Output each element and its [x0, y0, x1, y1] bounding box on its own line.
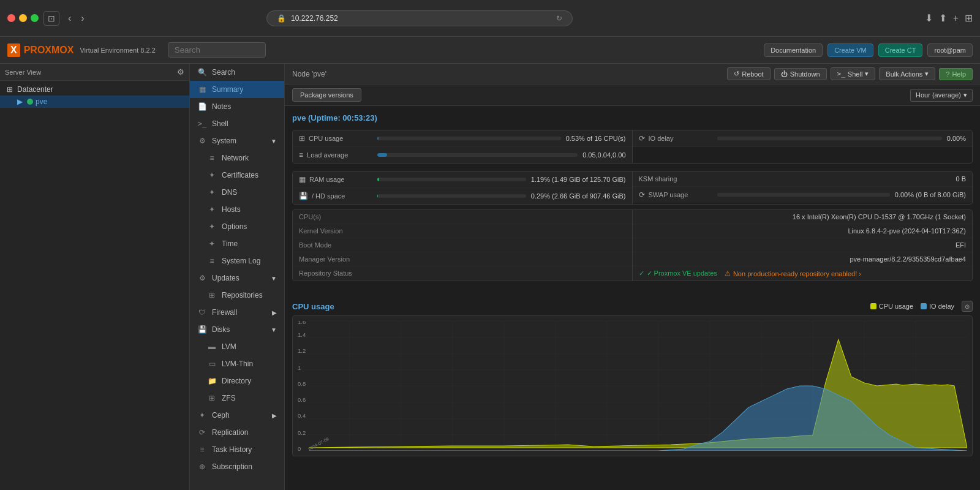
sidebar-item-lvm-thin[interactable]: ▭ LVM-Thin — [190, 355, 284, 372]
sidebar-item-disks[interactable]: 💾 Disks ▼ — [190, 321, 284, 338]
tab-grid-icon[interactable]: ⊞ — [965, 12, 973, 24]
bulk-actions-button[interactable]: Bulk Actions ▾ — [879, 67, 935, 80]
sidebar-item-updates[interactable]: ⚙ Updates ▼ — [190, 270, 284, 287]
url-bar[interactable]: 🔒 10.222.76.252 ↻ — [266, 10, 573, 26]
load-icon: ≡ — [299, 151, 303, 159]
sidebar-item-notes[interactable]: 📄 Notes — [190, 98, 284, 115]
sidebar-item-label: Search — [212, 68, 235, 77]
sidebar-item-shell[interactable]: >_ Shell — [190, 115, 284, 132]
cpu-chart: 0 0.2 0.4 0.6 0.8 1 1.2 1.4 1.6 — [298, 321, 967, 451]
sidebar-item-repositories[interactable]: ⊞ Repositories — [190, 287, 284, 304]
topbar: X PROXMOX Virtual Environment 8.2.2 Docu… — [0, 37, 980, 64]
sidebar-item-label: Hosts — [222, 205, 241, 214]
sidebar-item-network[interactable]: ≡ Network — [190, 149, 284, 167]
traffic-lights — [7, 14, 39, 22]
time-filter[interactable]: Hour (average) ▾ — [910, 89, 973, 102]
sidebar-item-label: Summary — [212, 85, 243, 94]
sidebar-item-firewall[interactable]: 🛡 Firewall ▶ — [190, 304, 284, 321]
sidebar-item-subscription[interactable]: ⊕ Subscription — [190, 458, 284, 475]
stats-right-2: KSM sharing 0 B ⟳ SWAP usage — [633, 172, 973, 204]
maximize-btn[interactable] — [31, 14, 39, 22]
sidebar-item-certificates[interactable]: ✦ Certificates — [190, 167, 284, 184]
repo-ok-icon: ✓ — [639, 270, 644, 277]
shell-prompt-icon: >_ — [837, 70, 845, 78]
sidebar-item-ceph[interactable]: ✦ Ceph ▶ — [190, 407, 284, 424]
svg-text:1.4: 1.4 — [298, 332, 306, 338]
sidebar-item-summary[interactable]: ▦ Summary — [190, 81, 284, 98]
info-boot-val: EFI — [639, 241, 967, 249]
create-ct-button[interactable]: Create CT — [878, 43, 923, 57]
sidebar-item-lvm[interactable]: ▬ LVM — [190, 338, 284, 355]
node-uptime: pve (Uptime: 00:53:23) — [292, 113, 973, 123]
sidebar-item-directory[interactable]: 📁 Directory — [190, 372, 284, 390]
expand-icon: ▶ — [272, 309, 277, 316]
browser-nav: ‹ › — [64, 12, 88, 25]
documentation-button[interactable]: Documentation — [764, 43, 823, 57]
sidebar-item-options[interactable]: ✦ Options — [190, 218, 284, 235]
sidebar-item-label: Network — [222, 154, 249, 162]
updates-icon: ⚙ — [197, 274, 207, 282]
sidebar-item-system[interactable]: ⚙ System ▼ — [190, 132, 284, 149]
cert-icon: ✦ — [207, 171, 217, 179]
back-btn[interactable]: ‹ — [64, 12, 75, 25]
content-header: Node 'pve' ↺ Reboot ⏻ Shutdown >_ Shell … — [285, 64, 980, 85]
sidebar: 🔍 Search ▦ Summary 📄 Notes >_ Shell ⚙ Sy… — [190, 64, 285, 490]
svg-text:1: 1 — [298, 365, 301, 371]
sidebar-item-hosts[interactable]: ✦ Hosts — [190, 201, 284, 218]
shell-dropdown-button[interactable]: >_ Shell ▾ — [831, 67, 876, 80]
help-button[interactable]: ? Help — [939, 68, 973, 80]
sidebar-item-dns[interactable]: ✦ DNS — [190, 184, 284, 201]
chart-title: CPU usage — [292, 302, 334, 311]
share-icon[interactable]: ⬆ — [939, 12, 947, 24]
sidebar-item-label: Repositories — [222, 291, 263, 300]
tree-item-pve[interactable]: ▶ pve — [0, 96, 189, 108]
gear-icon[interactable]: ⚙ — [177, 67, 184, 77]
download-icon[interactable]: ⬇ — [925, 12, 933, 24]
sidebar-item-zfs[interactable]: ⊞ ZFS — [190, 390, 284, 407]
forward-btn[interactable]: › — [77, 12, 88, 25]
datacenter-label: Datacenter — [17, 85, 53, 94]
sidebar-item-syslog[interactable]: ≡ System Log — [190, 252, 284, 270]
tab-bar: Package versions Hour (average) ▾ — [285, 85, 980, 106]
info-repo-label: Repository Status — [299, 270, 372, 277]
tree-item-datacenter[interactable]: ⊞ Datacenter — [0, 83, 189, 96]
cpu-label: ⊞ CPU usage — [299, 134, 372, 143]
search-input[interactable] — [168, 42, 266, 58]
sidebar-item-taskhistory[interactable]: ≡ Task History — [190, 441, 284, 458]
chart-options-btn[interactable]: ⊙ — [962, 301, 973, 312]
disks-icon: 💾 — [197, 325, 207, 334]
sidebar-item-label: Ceph — [212, 411, 230, 420]
sidebar-item-time[interactable]: ✦ Time — [190, 235, 284, 252]
reload-icon[interactable]: ↻ — [556, 14, 562, 23]
repo-icon: ⊞ — [207, 291, 217, 300]
info-boot-val-row: EFI — [633, 238, 973, 252]
chart-header: CPU usage CPU usage IO delay ⊙ — [292, 296, 973, 315]
package-versions-tab[interactable]: Package versions — [292, 88, 361, 102]
shutdown-button[interactable]: ⏻ Shutdown — [774, 68, 827, 80]
action-bar: ↺ Reboot ⏻ Shutdown >_ Shell ▾ Bulk Acti… — [727, 67, 973, 80]
syslog-icon: ≡ — [207, 257, 217, 265]
sidebar-toggle-btn[interactable]: ⊡ — [43, 11, 59, 26]
close-btn[interactable] — [7, 14, 15, 22]
pve-status-dot — [27, 99, 33, 105]
sidebar-item-replication[interactable]: ⟳ Replication — [190, 424, 284, 441]
new-tab-icon[interactable]: + — [953, 13, 959, 24]
panel-header: Server View ⚙ — [0, 64, 189, 81]
chevron-down-icon: ▾ — [963, 91, 967, 99]
create-vm-button[interactable]: Create VM — [827, 43, 873, 57]
info-manager-val-row: pve-manager/8.2.2/9355359cd7afbae4 — [633, 252, 973, 266]
info-repo-val: ✓ ✓ Proxmox VE updates ⚠ Non production-… — [639, 270, 967, 277]
ram-val: 1.19% (1.49 GiB of 125.70 GiB) — [531, 176, 626, 183]
datacenter-icon: ⊞ — [5, 85, 15, 94]
sidebar-item-label: Replication — [212, 428, 248, 437]
zfs-icon: ⊞ — [207, 394, 217, 402]
hd-val: 0.29% (2.66 GiB of 907.46 GiB) — [531, 192, 626, 200]
user-menu-button[interactable]: root@pam — [927, 43, 973, 57]
minimize-btn[interactable] — [19, 14, 27, 22]
chart-section: CPU usage CPU usage IO delay ⊙ — [285, 296, 980, 464]
info-left: CPU(s) Kernel Version Boot Mode Manager … — [293, 210, 633, 281]
info-manager-label: Manager Version — [299, 255, 372, 263]
reboot-button[interactable]: ↺ Reboot — [727, 67, 770, 80]
sidebar-item-search[interactable]: 🔍 Search — [190, 64, 284, 81]
replication-icon: ⟳ — [197, 428, 207, 437]
